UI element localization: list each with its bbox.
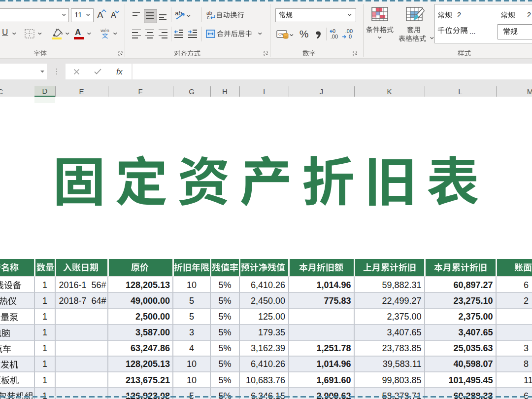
svg-text:C¥: C¥ (278, 32, 284, 36)
